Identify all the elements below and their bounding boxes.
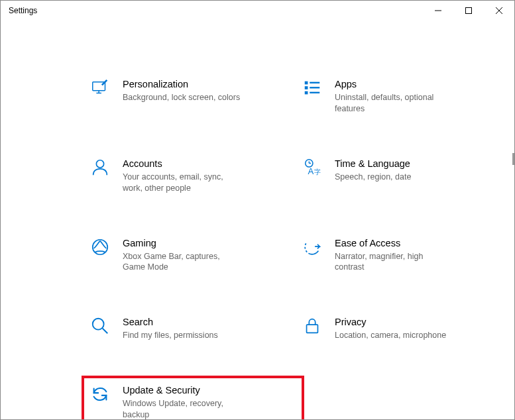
tile-title: Privacy (335, 317, 446, 327)
tile-title: Personalization (123, 79, 240, 89)
privacy-icon (302, 315, 323, 337)
tile-personalization[interactable]: Personalization Background, lock screen,… (87, 75, 299, 117)
svg-line-21 (103, 329, 108, 334)
ease-of-access-icon (302, 236, 323, 258)
tile-title: Ease of Access (335, 238, 454, 248)
svg-text:A: A (308, 166, 314, 176)
window-controls (423, 1, 514, 21)
svg-rect-1 (466, 8, 472, 14)
window-title: Settings (1, 1, 45, 21)
scrollbar-thumb[interactable] (512, 153, 514, 165)
tile-desc: Background, lock screen, colors (123, 92, 240, 103)
apps-icon (302, 78, 323, 99)
tile-title: Apps (335, 79, 454, 89)
svg-rect-7 (305, 81, 308, 85)
minimize-button[interactable] (423, 1, 453, 21)
svg-rect-9 (305, 86, 308, 89)
tile-desc: Xbox Game Bar, captures, Game Mode (123, 251, 242, 274)
settings-content: Personalization Background, lock screen,… (1, 22, 514, 420)
tile-apps[interactable]: Apps Uninstall, defaults, optional featu… (299, 75, 511, 117)
svg-point-20 (93, 319, 104, 330)
svg-rect-8 (310, 82, 319, 83)
tile-desc: Your accounts, email, sync, work, other … (123, 172, 242, 194)
tile-title: Gaming (123, 238, 242, 248)
search-icon (89, 315, 111, 337)
svg-rect-12 (310, 92, 319, 93)
tile-privacy[interactable]: Privacy Location, camera, microphone (299, 313, 511, 344)
tile-desc: Find my files, permissions (123, 330, 218, 341)
tile-ease-of-access[interactable]: Ease of Access Narrator, magnifier, high… (299, 234, 511, 276)
svg-rect-10 (310, 87, 319, 88)
tile-title: Time & Language (335, 158, 411, 169)
svg-rect-11 (305, 91, 308, 95)
time-language-icon: A 字 (302, 157, 323, 178)
tile-title: Accounts (123, 158, 242, 169)
accounts-icon (89, 157, 111, 178)
tile-desc: Location, camera, microphone (335, 330, 446, 341)
personalization-icon (89, 78, 111, 99)
tile-time-language[interactable]: A 字 Time & Language Speech, region, date (299, 154, 511, 197)
gaming-icon (89, 236, 111, 258)
update-security-icon (89, 384, 111, 405)
tile-update-security[interactable]: Update & Security Windows Update, recove… (87, 381, 299, 420)
tile-title: Search (123, 317, 218, 327)
svg-point-13 (96, 160, 103, 168)
settings-grid: Personalization Background, lock screen,… (87, 75, 511, 420)
close-button[interactable] (484, 1, 514, 21)
tile-gaming[interactable]: Gaming Xbox Game Bar, captures, Game Mod… (87, 234, 299, 276)
svg-rect-22 (307, 325, 318, 333)
tile-title: Update & Security (123, 385, 242, 395)
tile-desc: Speech, region, date (335, 172, 411, 183)
tile-desc: Windows Update, recovery, backup (123, 398, 242, 420)
tile-desc: Uninstall, defaults, optional features (335, 92, 454, 115)
titlebar: Settings (1, 1, 514, 22)
svg-text:字: 字 (314, 168, 321, 176)
tile-accounts[interactable]: Accounts Your accounts, email, sync, wor… (87, 154, 299, 197)
tile-desc: Narrator, magnifier, high contrast (335, 251, 454, 274)
tile-search[interactable]: Search Find my files, permissions (87, 313, 299, 344)
maximize-button[interactable] (453, 1, 484, 21)
